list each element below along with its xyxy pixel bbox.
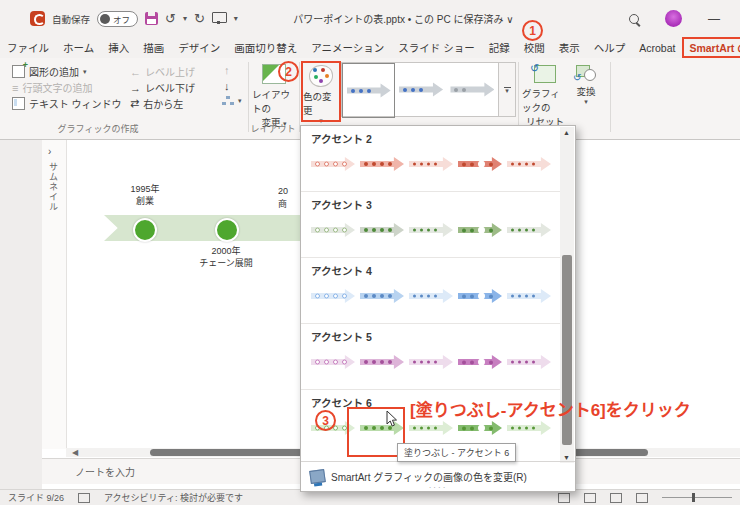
reset-graphic-icon [534, 65, 556, 83]
color-variant-thumbnail[interactable] [458, 420, 502, 436]
text-pane-button[interactable]: テキスト ウィンドウ [12, 96, 121, 111]
timeline-milestone-dot[interactable] [215, 218, 239, 242]
promote-button[interactable]: ← レベル上げ [130, 64, 195, 79]
style-thumbnail-selected[interactable] [342, 63, 395, 118]
timeline-milestone-dot[interactable] [133, 218, 157, 242]
autosave-toggle[interactable]: オフ [97, 11, 138, 27]
gallery-more-button[interactable]: ▾ [498, 63, 515, 116]
normal-view-icon[interactable] [558, 493, 570, 503]
style-thumbnail[interactable] [447, 63, 498, 116]
color-variant-thumbnail[interactable] [311, 288, 355, 304]
autosave-label: 自動保存 [52, 12, 90, 26]
slide-sorter-view-icon[interactable] [584, 493, 596, 503]
right-to-left-icon: ⇄ [130, 97, 139, 110]
tab-record[interactable]: 記録 [482, 37, 517, 58]
color-variant-thumbnail[interactable] [409, 288, 453, 304]
color-variant-thumbnail[interactable] [311, 354, 355, 370]
app-side-area [0, 140, 42, 489]
color-variant-thumbnail[interactable] [409, 156, 453, 172]
text-pane-icon [12, 97, 25, 110]
move-up-icon: ↑ [224, 64, 230, 76]
document-title[interactable]: パワーポイントの表.pptx • この PC に保存済み ∨ [238, 11, 629, 26]
accent3-heading: アクセント 3 [311, 197, 561, 212]
annotation-step2-circle: 2 [278, 61, 299, 82]
tab-animations[interactable]: アニメーション [304, 37, 391, 58]
toggle-knob-icon [100, 14, 110, 24]
display-settings-icon[interactable] [78, 493, 90, 503]
color-variant-thumbnail[interactable] [360, 156, 404, 172]
redo-icon[interactable]: ↻ [194, 12, 205, 25]
convert-button[interactable]: 変換 ▾ [570, 65, 602, 106]
color-variant-thumbnail[interactable] [360, 222, 404, 238]
group-separator [610, 62, 611, 132]
accent5-section: アクセント 5 [301, 324, 561, 390]
right-to-left-button[interactable]: ⇄ 右から左 [130, 96, 183, 111]
move-down-icon: ↓ [224, 80, 230, 92]
tab-home[interactable]: ホーム [56, 37, 101, 58]
slideshow-icon[interactable] [212, 12, 227, 23]
color-variant-thumbnail[interactable] [458, 354, 502, 370]
scroll-down-icon[interactable]: ▼ [563, 454, 570, 461]
scroll-up-icon[interactable]: ▲ [563, 129, 570, 136]
hscroll-left-arrow-icon[interactable]: ◀ [72, 448, 78, 457]
slideshow-view-icon[interactable] [636, 493, 648, 503]
tab-insert[interactable]: 挿入 [101, 37, 136, 58]
accent4-heading: アクセント 4 [311, 263, 561, 278]
color-variant-thumbnail[interactable] [507, 222, 551, 238]
add-shape-button[interactable]: 図形の追加 ▾ [12, 64, 87, 79]
tab-file[interactable]: ファイル [0, 37, 56, 58]
search-icon[interactable] [629, 14, 639, 24]
dropdown-resize-handle[interactable]: ···· [301, 485, 575, 490]
tab-transitions[interactable]: 画面切り替え [227, 37, 304, 58]
color-variant-thumbnail[interactable] [507, 156, 551, 172]
color-variant-thumbnail[interactable] [507, 354, 551, 370]
color-variant-thumbnail[interactable] [409, 420, 453, 436]
expand-pane-chevron-icon[interactable]: › [48, 146, 51, 157]
milestone-label-1995[interactable]: 1995年 創業 [100, 183, 190, 207]
color-variant-thumbnail[interactable] [409, 354, 453, 370]
org-chart-icon [222, 96, 234, 106]
add-bullet-button[interactable]: ≡ 行頭文字の追加 [12, 80, 92, 95]
color-variant-thumbnail[interactable] [458, 288, 502, 304]
accent4-section: アクセント 4 [301, 258, 561, 324]
tab-slideshow[interactable]: スライド ショー [391, 37, 481, 58]
tab-view[interactable]: 表示 [552, 37, 587, 58]
color-variant-thumbnail[interactable] [409, 222, 453, 238]
tab-smartart-design[interactable]: SmartArt のデザイン [682, 37, 740, 58]
color-variant-thumbnail[interactable] [458, 156, 502, 172]
color-variant-thumbnail[interactable] [360, 288, 404, 304]
color-variant-thumbnail[interactable] [507, 420, 551, 436]
add-shape-caret-icon: ▾ [83, 68, 87, 76]
tab-design[interactable]: デザイン [171, 37, 227, 58]
color-variant-thumbnail[interactable] [311, 222, 355, 238]
milestone-label-partial[interactable]: 20 商 [278, 185, 300, 211]
undo-icon[interactable]: ↺ [165, 12, 176, 25]
zoom-slider[interactable] [662, 497, 732, 498]
accessibility-status[interactable]: アクセシビリティ: 検討が必要です [104, 491, 243, 504]
color-variant-thumbnail[interactable] [458, 222, 502, 238]
tab-help[interactable]: ヘルプ [587, 37, 633, 58]
move-up-button[interactable]: ↑ [224, 64, 230, 76]
group-separator [299, 62, 300, 132]
tab-acrobat[interactable]: Acrobat [632, 39, 682, 57]
undo-caret-icon[interactable]: ▾ [183, 14, 187, 23]
reading-view-icon[interactable] [610, 493, 622, 503]
minimize-button[interactable]: — [708, 12, 720, 26]
thumbnail-pane-label: サムネイル [47, 162, 60, 212]
move-down-button[interactable]: ↓ [224, 80, 230, 92]
demote-button[interactable]: → レベル下げ [130, 80, 195, 95]
gallery-more-icon: ▾ [505, 89, 509, 92]
style-thumbnail[interactable] [395, 63, 446, 116]
color-variant-thumbnail[interactable] [507, 288, 551, 304]
color-variant-thumbnail[interactable] [360, 354, 404, 370]
tab-draw[interactable]: 描画 [136, 37, 171, 58]
account-avatar[interactable] [665, 10, 682, 27]
color-variant-thumbnail[interactable] [311, 156, 355, 172]
org-chart-layout-button[interactable]: ▾ [222, 96, 242, 106]
save-icon[interactable] [145, 12, 158, 25]
zoom-slider-thumb[interactable] [692, 493, 695, 502]
reset-graphic-button[interactable]: グラフィックの リセット [522, 65, 568, 128]
annotation-box-change-colors [301, 61, 341, 122]
milestone-label-2000[interactable]: 2000年 チェーン展開 [181, 245, 271, 269]
title-caret-icon: ∨ [506, 14, 513, 25]
